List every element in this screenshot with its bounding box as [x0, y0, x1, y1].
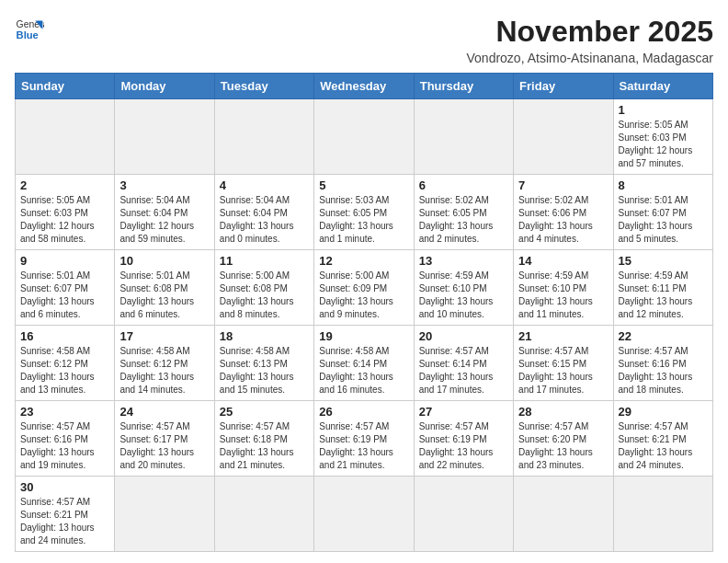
- day-info: Sunrise: 5:00 AM Sunset: 6:09 PM Dayligh…: [319, 270, 408, 321]
- calendar-cell: [314, 99, 414, 175]
- calendar-cell: 12Sunrise: 5:00 AM Sunset: 6:09 PM Dayli…: [314, 250, 414, 326]
- day-number: 10: [119, 254, 209, 268]
- calendar-week-row: 2Sunrise: 5:05 AM Sunset: 6:03 PM Daylig…: [16, 175, 713, 250]
- day-header-wednesday: Wednesday: [314, 74, 414, 99]
- day-number: 25: [220, 405, 309, 419]
- day-info: Sunrise: 4:57 AM Sunset: 6:19 PM Dayligh…: [319, 420, 408, 472]
- day-number: 11: [220, 254, 309, 268]
- calendar-cell: 16Sunrise: 4:58 AM Sunset: 6:12 PM Dayli…: [16, 326, 115, 401]
- calendar-cell: 2Sunrise: 5:05 AM Sunset: 6:03 PM Daylig…: [16, 175, 115, 250]
- day-info: Sunrise: 4:57 AM Sunset: 6:16 PM Dayligh…: [619, 345, 708, 396]
- calendar-cell: [613, 477, 712, 552]
- calendar-cell: [314, 477, 414, 552]
- calendar-week-row: 1Sunrise: 5:05 AM Sunset: 6:03 PM Daylig…: [16, 99, 713, 175]
- day-info: Sunrise: 4:57 AM Sunset: 6:17 PM Dayligh…: [119, 420, 209, 472]
- calendar-header-row: SundayMondayTuesdayWednesdayThursdayFrid…: [16, 74, 713, 99]
- day-number: 17: [119, 329, 209, 343]
- day-number: 2: [20, 178, 109, 192]
- day-info: Sunrise: 4:58 AM Sunset: 6:13 PM Dayligh…: [220, 345, 309, 396]
- day-number: 8: [619, 178, 708, 192]
- day-header-sunday: Sunday: [16, 74, 115, 99]
- day-info: Sunrise: 4:59 AM Sunset: 6:11 PM Dayligh…: [619, 270, 708, 321]
- day-number: 5: [319, 178, 408, 192]
- day-info: Sunrise: 4:59 AM Sunset: 6:10 PM Dayligh…: [419, 270, 508, 321]
- day-number: 29: [619, 405, 708, 419]
- day-info: Sunrise: 4:57 AM Sunset: 6:21 PM Dayligh…: [20, 496, 109, 547]
- calendar-cell: 28Sunrise: 4:57 AM Sunset: 6:20 PM Dayli…: [514, 401, 613, 477]
- day-info: Sunrise: 4:58 AM Sunset: 6:14 PM Dayligh…: [319, 345, 408, 396]
- day-info: Sunrise: 5:02 AM Sunset: 6:05 PM Dayligh…: [419, 194, 508, 246]
- calendar-cell: 30Sunrise: 4:57 AM Sunset: 6:21 PM Dayli…: [16, 477, 115, 552]
- calendar-cell: 4Sunrise: 5:04 AM Sunset: 6:04 PM Daylig…: [214, 175, 313, 250]
- day-info: Sunrise: 5:05 AM Sunset: 6:03 PM Dayligh…: [619, 119, 708, 170]
- calendar-cell: 26Sunrise: 4:57 AM Sunset: 6:19 PM Dayli…: [314, 401, 414, 477]
- calendar-cell: 6Sunrise: 5:02 AM Sunset: 6:05 PM Daylig…: [414, 175, 513, 250]
- day-info: Sunrise: 5:04 AM Sunset: 6:04 PM Dayligh…: [119, 194, 209, 246]
- calendar-cell: [115, 99, 214, 175]
- calendar-cell: 27Sunrise: 4:57 AM Sunset: 6:19 PM Dayli…: [414, 401, 513, 477]
- calendar-cell: 21Sunrise: 4:57 AM Sunset: 6:15 PM Dayli…: [514, 326, 613, 401]
- day-number: 7: [518, 178, 608, 192]
- calendar-table: SundayMondayTuesdayWednesdayThursdayFrid…: [15, 73, 713, 552]
- day-number: 24: [119, 405, 209, 419]
- day-info: Sunrise: 4:59 AM Sunset: 6:10 PM Dayligh…: [518, 270, 608, 321]
- day-number: 15: [619, 254, 708, 268]
- day-number: 19: [319, 329, 408, 343]
- month-title: November 2025: [467, 15, 714, 49]
- calendar-cell: 7Sunrise: 5:02 AM Sunset: 6:06 PM Daylig…: [514, 175, 613, 250]
- day-info: Sunrise: 5:03 AM Sunset: 6:05 PM Dayligh…: [319, 194, 408, 246]
- calendar-cell: 25Sunrise: 4:57 AM Sunset: 6:18 PM Dayli…: [214, 401, 313, 477]
- calendar-week-row: 30Sunrise: 4:57 AM Sunset: 6:21 PM Dayli…: [16, 477, 713, 552]
- calendar-week-row: 16Sunrise: 4:58 AM Sunset: 6:12 PM Dayli…: [16, 326, 713, 401]
- day-info: Sunrise: 4:57 AM Sunset: 6:19 PM Dayligh…: [419, 420, 508, 472]
- calendar-cell: 14Sunrise: 4:59 AM Sunset: 6:10 PM Dayli…: [514, 250, 613, 326]
- day-number: 3: [119, 178, 209, 192]
- calendar-cell: [214, 99, 313, 175]
- day-number: 22: [619, 329, 708, 343]
- calendar-cell: 11Sunrise: 5:00 AM Sunset: 6:08 PM Dayli…: [214, 250, 313, 326]
- calendar-cell: [414, 477, 513, 552]
- day-info: Sunrise: 5:00 AM Sunset: 6:08 PM Dayligh…: [220, 270, 309, 321]
- calendar-cell: 19Sunrise: 4:58 AM Sunset: 6:14 PM Dayli…: [314, 326, 414, 401]
- day-number: 16: [20, 329, 109, 343]
- day-number: 20: [419, 329, 508, 343]
- day-header-tuesday: Tuesday: [214, 74, 313, 99]
- calendar-cell: 15Sunrise: 4:59 AM Sunset: 6:11 PM Dayli…: [613, 250, 712, 326]
- day-info: Sunrise: 5:05 AM Sunset: 6:03 PM Dayligh…: [20, 194, 109, 246]
- logo: General Blue: [15, 15, 44, 44]
- title-area: November 2025 Vondrozo, Atsimo-Atsinanan…: [467, 15, 714, 65]
- day-number: 1: [619, 103, 708, 117]
- day-number: 4: [220, 178, 309, 192]
- calendar-cell: [514, 477, 613, 552]
- calendar-week-row: 23Sunrise: 4:57 AM Sunset: 6:16 PM Dayli…: [16, 401, 713, 477]
- calendar-cell: 5Sunrise: 5:03 AM Sunset: 6:05 PM Daylig…: [314, 175, 414, 250]
- calendar-cell: 17Sunrise: 4:58 AM Sunset: 6:12 PM Dayli…: [115, 326, 214, 401]
- day-number: 13: [419, 254, 508, 268]
- day-number: 14: [518, 254, 608, 268]
- day-number: 28: [518, 405, 608, 419]
- day-info: Sunrise: 5:04 AM Sunset: 6:04 PM Dayligh…: [220, 194, 309, 246]
- calendar-cell: [514, 99, 613, 175]
- calendar-cell: 8Sunrise: 5:01 AM Sunset: 6:07 PM Daylig…: [613, 175, 712, 250]
- logo-icon: General Blue: [15, 15, 44, 44]
- day-number: 26: [319, 405, 408, 419]
- day-info: Sunrise: 4:57 AM Sunset: 6:20 PM Dayligh…: [518, 420, 608, 472]
- calendar-cell: 20Sunrise: 4:57 AM Sunset: 6:14 PM Dayli…: [414, 326, 513, 401]
- day-number: 21: [518, 329, 608, 343]
- calendar-cell: 24Sunrise: 4:57 AM Sunset: 6:17 PM Dayli…: [115, 401, 214, 477]
- calendar-cell: 10Sunrise: 5:01 AM Sunset: 6:08 PM Dayli…: [115, 250, 214, 326]
- day-number: 30: [20, 480, 109, 494]
- day-number: 18: [220, 329, 309, 343]
- day-info: Sunrise: 5:01 AM Sunset: 6:08 PM Dayligh…: [119, 270, 209, 321]
- day-info: Sunrise: 5:01 AM Sunset: 6:07 PM Dayligh…: [619, 194, 708, 246]
- day-header-thursday: Thursday: [414, 74, 513, 99]
- calendar-cell: [16, 99, 115, 175]
- day-info: Sunrise: 5:01 AM Sunset: 6:07 PM Dayligh…: [20, 270, 109, 321]
- calendar-cell: 23Sunrise: 4:57 AM Sunset: 6:16 PM Dayli…: [16, 401, 115, 477]
- day-info: Sunrise: 4:57 AM Sunset: 6:16 PM Dayligh…: [20, 420, 109, 472]
- location: Vondrozo, Atsimo-Atsinanana, Madagascar: [467, 51, 714, 65]
- day-header-friday: Friday: [514, 74, 613, 99]
- day-header-monday: Monday: [115, 74, 214, 99]
- day-info: Sunrise: 4:58 AM Sunset: 6:12 PM Dayligh…: [119, 345, 209, 396]
- day-info: Sunrise: 5:02 AM Sunset: 6:06 PM Dayligh…: [518, 194, 608, 246]
